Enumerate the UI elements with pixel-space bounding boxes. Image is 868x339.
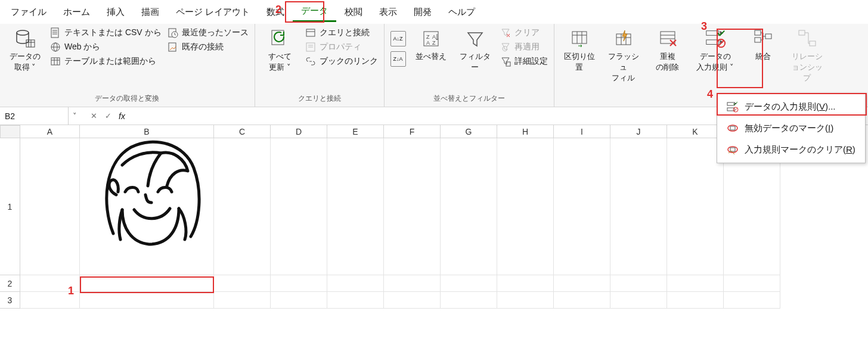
menu-item-3[interactable]: 描画 bbox=[133, 3, 168, 21]
from-text-csv-button[interactable]: テキストまたは CSV から bbox=[50, 27, 162, 38]
svg-text:Z: Z bbox=[426, 34, 430, 40]
menu-item-6[interactable]: データ bbox=[293, 2, 336, 22]
cell[interactable] bbox=[667, 138, 724, 275]
get-data-button[interactable]: データの 取得 ˅ bbox=[6, 27, 44, 73]
consolidate-button[interactable]: 統合 bbox=[744, 27, 782, 62]
cell[interactable] bbox=[327, 292, 384, 309]
column-header[interactable]: G bbox=[441, 125, 497, 138]
sort-desc-button[interactable]: Z↓A bbox=[390, 51, 406, 67]
menu-item-0[interactable]: ファイル bbox=[2, 3, 55, 21]
cell[interactable] bbox=[441, 275, 497, 292]
column-header[interactable]: A bbox=[20, 125, 80, 138]
cell[interactable] bbox=[80, 138, 214, 275]
column-header[interactable]: J bbox=[610, 125, 667, 138]
cell[interactable] bbox=[20, 138, 80, 275]
ribbon-group-queries: すべて 更新 ˅ クエリと接続 プロパティ ブックのリンク クエリと接続 bbox=[255, 24, 385, 107]
refresh-all-button[interactable]: すべて 更新 ˅ bbox=[261, 27, 299, 73]
menu-item-8[interactable]: 表示 bbox=[371, 3, 405, 21]
column-header[interactable]: H bbox=[497, 125, 554, 138]
column-header[interactable]: C bbox=[214, 125, 271, 138]
column-header[interactable]: F bbox=[384, 125, 441, 138]
reapply-button[interactable]: 再適用 bbox=[500, 42, 548, 52]
menu-item-10[interactable]: ヘルプ bbox=[440, 3, 483, 21]
cell[interactable] bbox=[441, 292, 497, 309]
menu-item-9[interactable]: 開発 bbox=[405, 3, 440, 21]
get-data-label: データの 取得 ˅ bbox=[10, 51, 41, 73]
menu-item-2[interactable]: 挿入 bbox=[98, 3, 133, 21]
existing-connections-button[interactable]: 既存の接続 bbox=[168, 42, 249, 52]
cell[interactable] bbox=[384, 275, 441, 292]
cell[interactable] bbox=[667, 275, 724, 292]
clear-filter-button[interactable]: クリア bbox=[500, 27, 548, 38]
sort-asc-button[interactable]: A↓Z bbox=[390, 31, 406, 46]
cell[interactable] bbox=[384, 292, 441, 309]
remove-duplicates-button[interactable]: 重複 の削除 bbox=[649, 27, 687, 73]
flash-fill-button[interactable]: フラッシュ フィル bbox=[604, 27, 643, 83]
dropdown-circle-invalid[interactable]: 無効データのマーク(I) bbox=[717, 117, 865, 139]
cell[interactable] bbox=[214, 292, 271, 309]
cell[interactable] bbox=[327, 275, 384, 292]
column-header[interactable]: D bbox=[271, 125, 327, 138]
column-header[interactable]: K bbox=[667, 125, 724, 138]
accept-formula-button[interactable]: ✓ bbox=[101, 111, 115, 120]
cell[interactable] bbox=[20, 292, 80, 309]
cell[interactable] bbox=[327, 138, 384, 275]
workbook-links-button[interactable]: ブックのリンク bbox=[305, 56, 378, 67]
sort-button[interactable]: ZAAZ 並べ替え bbox=[412, 27, 450, 62]
cell[interactable] bbox=[667, 292, 724, 309]
cell[interactable] bbox=[610, 138, 667, 275]
row-header[interactable]: 1 bbox=[0, 138, 20, 275]
menu-item-7[interactable]: 校閲 bbox=[336, 3, 371, 21]
fx-label[interactable]: fx bbox=[115, 111, 129, 121]
cell[interactable] bbox=[214, 138, 271, 275]
cell[interactable] bbox=[441, 138, 497, 275]
from-web-button[interactable]: Web から bbox=[50, 42, 162, 52]
from-table-range-button[interactable]: テーブルまたは範囲から bbox=[50, 56, 162, 67]
relationships-button[interactable]: リレーションシップ bbox=[788, 27, 826, 83]
advanced-icon bbox=[500, 56, 511, 67]
column-header[interactable]: B bbox=[80, 125, 214, 138]
svg-text:Z: Z bbox=[432, 40, 436, 46]
reapply-icon bbox=[500, 42, 511, 52]
dropdown-data-validation[interactable]: データの入力規則(V)... bbox=[717, 96, 865, 117]
cell[interactable] bbox=[80, 292, 214, 309]
dropdown-clear-circles[interactable]: 入力規則マークのクリア(R) bbox=[717, 139, 865, 160]
menu-item-5[interactable]: 数式 bbox=[258, 3, 293, 21]
cell[interactable] bbox=[20, 275, 80, 292]
name-box-dropdown[interactable]: ˅ bbox=[69, 111, 80, 120]
cell[interactable] bbox=[724, 275, 780, 292]
menu-item-1[interactable]: ホーム bbox=[55, 3, 98, 21]
cell[interactable] bbox=[497, 138, 554, 275]
properties-button[interactable]: プロパティ bbox=[305, 42, 378, 52]
cancel-formula-button[interactable]: ✕ bbox=[86, 111, 101, 120]
cell[interactable] bbox=[271, 275, 327, 292]
row-header[interactable]: 3 bbox=[0, 292, 20, 309]
filter-button[interactable]: フィルター bbox=[456, 27, 494, 73]
cell[interactable] bbox=[80, 275, 214, 292]
row-header[interactable]: 2 bbox=[0, 275, 20, 292]
name-box[interactable]: B2 bbox=[0, 107, 69, 125]
menu-item-4[interactable]: ページ レイアウト bbox=[168, 3, 258, 21]
column-header[interactable]: E bbox=[327, 125, 384, 138]
text-to-columns-button[interactable]: 区切り位置 bbox=[560, 27, 599, 73]
cell[interactable] bbox=[271, 292, 327, 309]
data-validation-icon bbox=[727, 101, 739, 113]
cell[interactable] bbox=[271, 138, 327, 275]
cell[interactable] bbox=[497, 292, 554, 309]
cell[interactable] bbox=[554, 138, 610, 275]
cell[interactable] bbox=[610, 275, 667, 292]
cell[interactable] bbox=[214, 275, 271, 292]
advanced-filter-button[interactable]: 詳細設定 bbox=[500, 56, 548, 67]
data-validation-button[interactable]: データの 入力規則 ˅ bbox=[693, 27, 738, 73]
queries-connections-button[interactable]: クエリと接続 bbox=[305, 27, 378, 38]
cell[interactable] bbox=[497, 275, 554, 292]
column-header[interactable]: I bbox=[554, 125, 610, 138]
cell[interactable] bbox=[610, 292, 667, 309]
cell[interactable] bbox=[554, 275, 610, 292]
recent-sources-button[interactable]: 最近使ったソース bbox=[168, 27, 249, 38]
select-all-corner[interactable] bbox=[0, 125, 20, 138]
svg-rect-46 bbox=[706, 31, 718, 36]
cell[interactable] bbox=[384, 138, 441, 275]
cell[interactable] bbox=[554, 292, 610, 309]
cell[interactable] bbox=[724, 292, 780, 309]
